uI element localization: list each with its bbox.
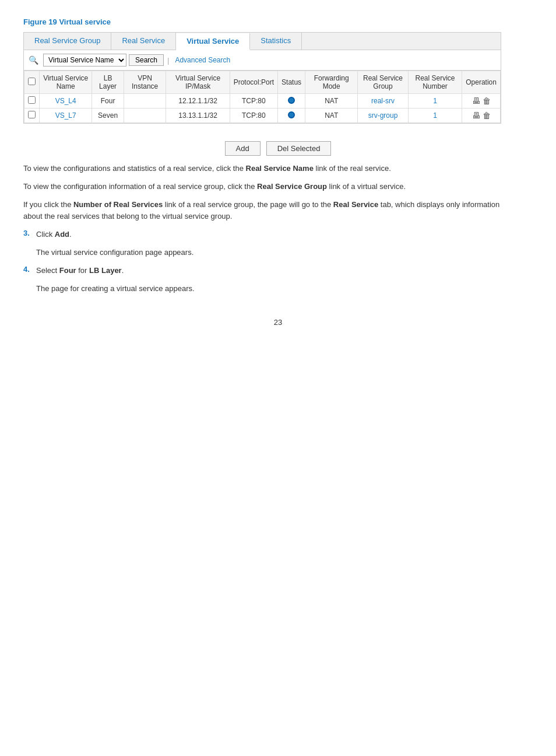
vs-name: VS_L4 [40,94,92,108]
operation-cell: 🖶🗑 [462,108,501,123]
header-vs-ip: Virtual Service IP/Mask [166,71,230,94]
tab-real-service-group[interactable]: Real Service Group [24,33,111,50]
step-3-sub: The virtual service configuration page a… [36,247,501,259]
header-operation: Operation [462,71,501,94]
header-checkbox [24,71,40,94]
row-checkbox-cell [24,108,40,123]
rs-group: srv-group [358,108,408,123]
rs-number-link[interactable]: 1 [433,97,437,105]
advanced-search-link[interactable]: Advanced Search [175,56,230,64]
row-checkbox[interactable] [28,111,36,118]
proto-port: TCP:80 [230,108,277,123]
rs-group-link[interactable]: srv-group [368,111,398,120]
table-row: VS_L7Seven13.13.1.1/32TCP:80NATsrv-group… [24,108,501,123]
vpn-instance [124,108,166,123]
table-row: VS_L4Four12.12.1.1/32TCP:80NATreal-srv1🖶… [24,94,501,108]
panel: Real Service Group Real Service Virtual … [23,32,501,124]
fwd-mode: NAT [305,108,358,123]
action-bar: Add Del Selected [23,134,533,163]
tab-statistics[interactable]: Statistics [250,33,302,50]
search-dropdown[interactable]: Virtual Service Name [43,54,126,66]
header-rs-group: Real Service Group [358,71,408,94]
separator: | [167,56,169,65]
status-dot [288,111,295,118]
operation-cell: 🖶🗑 [462,94,501,108]
add-button[interactable]: Add [225,141,261,156]
vs-name-link[interactable]: VS_L7 [55,111,76,120]
header-vs-name: Virtual Service Name [40,71,92,94]
page-number: 23 [23,318,533,327]
search-bar: 🔍 Virtual Service Name Search | Advanced… [24,50,501,71]
paragraph-2: To view the configuration information of… [23,181,501,193]
header-rs-number: Real Service Number [408,71,462,94]
rs-group: real-srv [358,94,408,108]
rs-number-link[interactable]: 1 [433,111,437,120]
step-4-sub: The page for creating a virtual service … [36,283,501,295]
lb-layer: Four [92,94,124,108]
header-vpn-instance: VPN Instance [124,71,166,94]
status-cell [278,108,305,123]
tab-bar: Real Service Group Real Service Virtual … [24,33,501,50]
tab-virtual-service[interactable]: Virtual Service [176,33,250,50]
rs-number: 1 [408,94,462,108]
select-all-checkbox[interactable] [28,78,36,85]
tab-real-service[interactable]: Real Service [111,33,176,50]
vs-ip: 13.13.1.1/32 [166,108,230,123]
step-4-num: 4. [23,265,31,277]
proto-port: TCP:80 [230,94,277,108]
vs-name-link[interactable]: VS_L4 [55,97,76,105]
virtual-service-table: Virtual Service Name LB Layer VPN Instan… [24,71,501,123]
vpn-instance [124,94,166,108]
figure-title: Figure 19 Virtual service [23,18,533,26]
rs-group-link[interactable]: real-srv [371,97,395,105]
paragraph-3: If you click the Number of Real Services… [23,199,501,223]
step-3-num: 3. [23,229,31,241]
delete-icon[interactable]: 🗑 [483,96,491,106]
row-checkbox[interactable] [28,96,36,104]
header-lb-layer: LB Layer [92,71,124,94]
delete-icon[interactable]: 🗑 [483,111,491,120]
status-dot [288,97,295,104]
row-checkbox-cell [24,94,40,108]
step-3-text: Click Add. [36,229,72,241]
step-4-text: Select Four for LB Layer. [36,265,124,277]
header-status: Status [278,71,305,94]
vs-name: VS_L7 [40,108,92,123]
search-icon: 🔍 [29,55,38,65]
edit-icon[interactable]: 🖶 [472,111,480,120]
status-cell [278,94,305,108]
del-selected-button[interactable]: Del Selected [266,141,332,156]
edit-icon[interactable]: 🖶 [472,96,480,106]
step-4: 4. Select Four for LB Layer. [23,265,501,277]
rs-number: 1 [408,108,462,123]
search-button[interactable]: Search [129,54,164,66]
header-proto-port: Protocol:Port [230,71,277,94]
header-fwd-mode: Forwarding Mode [305,71,358,94]
step-3: 3. Click Add. [23,229,501,241]
lb-layer: Seven [92,108,124,123]
fwd-mode: NAT [305,94,358,108]
paragraph-1: To view the configurations and statistic… [23,163,501,175]
vs-ip: 12.12.1.1/32 [166,94,230,108]
